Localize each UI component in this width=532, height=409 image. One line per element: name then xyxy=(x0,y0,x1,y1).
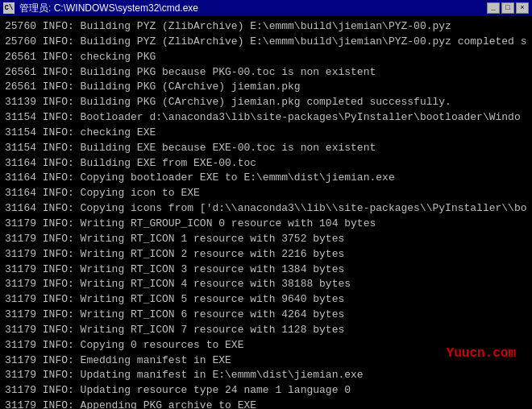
terminal-line: 26561 INFO: Building PKG because PKG-00.… xyxy=(5,65,527,81)
terminal-line: 31164 INFO: Copying icons from ['d:\\ana… xyxy=(5,201,527,217)
terminal-line: 31179 INFO: Writing RT_ICON 4 resource w… xyxy=(5,277,527,292)
terminal-line: 26561 INFO: Building PKG (CArchive) jiem… xyxy=(5,80,527,95)
terminal-line: 25760 INFO: Building PYZ (ZlibArchive) E… xyxy=(5,19,527,35)
terminal-line: 31179 INFO: Updating manifest in E:\emmm… xyxy=(5,368,527,383)
terminal-line: 31179 INFO: Writing RT_ICON 1 resource w… xyxy=(5,232,527,247)
close-button[interactable]: × xyxy=(516,2,529,14)
terminal-line: 31179 INFO: Writing RT_ICON 3 resource w… xyxy=(5,262,527,278)
terminal-line: 31154 INFO: checking EXE xyxy=(5,126,527,141)
terminal-line: 31164 INFO: Building EXE from EXE-00.toc xyxy=(5,156,527,171)
terminal-line: 31179 INFO: Writing RT_ICON 5 resource w… xyxy=(5,292,527,308)
terminal-line: 31154 INFO: Bootloader d:\anaconda3\lib\… xyxy=(5,110,527,126)
title-bar: C\ 管理员: C:\WINDOWS\system32\cmd.exe _ □ … xyxy=(0,0,532,16)
title-bar-text: 管理员: C:\WINDOWS\system32\cmd.exe xyxy=(19,2,482,15)
minimize-button[interactable]: _ xyxy=(487,2,500,14)
maximize-button[interactable]: □ xyxy=(501,2,514,14)
terminal-line: 31179 INFO: Updating resource type 24 na… xyxy=(5,383,527,399)
terminal-line: 31179 INFO: Writing RT_ICON 2 resource w… xyxy=(5,247,527,262)
terminal-line: 31179 INFO: Writing RT_ICON 7 resource w… xyxy=(5,323,527,338)
terminal-line: 31164 INFO: Copying bootloader EXE to E:… xyxy=(5,171,527,186)
terminal-line: 31179 INFO: Writing RT_GROUP_ICON 0 reso… xyxy=(5,217,527,232)
terminal-line: 31139 INFO: Building PKG (CArchive) jiem… xyxy=(5,95,527,110)
window: C\ 管理员: C:\WINDOWS\system32\cmd.exe _ □ … xyxy=(0,0,532,409)
terminal-line: 26561 INFO: checking PKG xyxy=(5,50,527,65)
terminal-line: 31164 INFO: Copying icon to EXE xyxy=(5,186,527,201)
terminal-line: 31179 INFO: Appending PKG archive to EXE xyxy=(5,399,527,409)
terminal-line: 25760 INFO: Building PYZ (ZlibArchive) E… xyxy=(5,35,527,50)
watermark: Yuucn.com xyxy=(447,346,516,361)
terminal-line: 31179 INFO: Writing RT_ICON 6 resource w… xyxy=(5,308,527,323)
title-bar-controls: _ □ × xyxy=(487,2,529,14)
terminal-body: 25760 INFO: Building PYZ (ZlibArchive) E… xyxy=(0,16,532,409)
terminal-line: 31154 INFO: Building EXE because EXE-00.… xyxy=(5,141,527,156)
window-icon: C\ xyxy=(3,2,15,14)
